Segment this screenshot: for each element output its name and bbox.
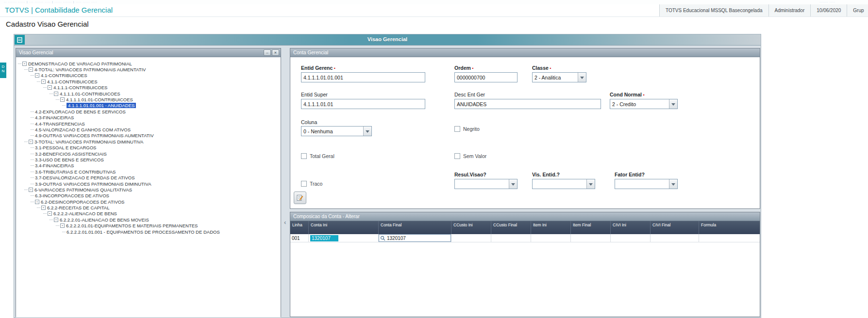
tree-item[interactable]: 4.9-OUTRAS VARIACOES PATRIMONIAIS AUMENT…: [16, 133, 281, 139]
tree-item[interactable]: -4.1-CONTRIBUICOES: [16, 73, 281, 79]
resul-visao-select[interactable]: [454, 179, 517, 189]
tree-item[interactable]: -6.2.2.2.01.01-EQUIPAMENTOS E MATERIAIS …: [16, 223, 281, 229]
tree-item[interactable]: -6.2.2-RECEITAS DE CAPITAL: [16, 205, 281, 210]
fator-entid-select[interactable]: [615, 179, 678, 189]
panel-collapse-arrow[interactable]: ‹: [284, 219, 286, 226]
tree-item[interactable]: 4.2-EXPLORACAO DE BENS E SERVICOS: [16, 109, 281, 114]
checkbox-icon[interactable]: [301, 153, 307, 159]
grid-column-header[interactable]: CIVI Ini: [611, 221, 651, 234]
tree-expand-icon[interactable]: -: [60, 223, 65, 228]
tree-item[interactable]: 3.9-OUTRAS VARIACOES PATRIMONIAIS DIMINU…: [16, 181, 281, 187]
tree-item[interactable]: 4.3-FINANCEIRAS: [16, 115, 281, 121]
tree-item[interactable]: -4.1.1-CONTRIBUICOES: [16, 79, 281, 84]
tree-panel-title: Visao Gerencial: [19, 50, 53, 55]
checkbox-icon[interactable]: [301, 181, 307, 187]
close-button[interactable]: [272, 49, 279, 56]
tree-item-label: 4.1-CONTRIBUICOES: [41, 73, 87, 78]
grid-cell[interactable]: 1320107: [309, 234, 379, 242]
grid-cell[interactable]: 001: [290, 234, 309, 242]
grid-column-header[interactable]: CCusto Ini: [451, 221, 491, 234]
magnifier-icon[interactable]: [380, 236, 385, 241]
checkbox-icon[interactable]: [454, 153, 460, 159]
tree-item-label: 6.3-INCORPORACOES DE ATIVOS: [35, 193, 109, 198]
tree-connector: [31, 147, 34, 148]
coluna-select[interactable]: 0 - Nenhuma: [301, 126, 372, 136]
vis-entid-select[interactable]: [532, 179, 595, 189]
desc-ent-ger-field[interactable]: [454, 99, 601, 109]
checkbox-icon[interactable]: [454, 126, 460, 132]
total-geral-checkbox[interactable]: Total Geral: [301, 153, 334, 159]
tree-item[interactable]: 3.2-BENEFICIOS ASSISTENCIAIS: [16, 151, 281, 157]
grid-column-header[interactable]: Conta Ini: [309, 221, 379, 234]
app-header: TOTVS | Contabilidade Gerencial TOTVS Ed…: [0, 4, 868, 17]
tree-expand-icon[interactable]: -: [48, 211, 52, 216]
negrito-label: Negrito: [463, 126, 480, 132]
tree-item[interactable]: 3.1-PESSOAL E ENCARGOS: [16, 144, 281, 150]
tree-item[interactable]: -4-TOTAL: VARIACOES PATRIMONIAIS AUMENTA…: [16, 66, 281, 72]
classe-select[interactable]: 2 - Analitica: [532, 72, 586, 82]
grid-column-header[interactable]: Item Final: [571, 221, 611, 234]
tree-item[interactable]: 6.2.2.2.01.01.001 - EQUIPAMENTOS DE PROC…: [16, 229, 281, 235]
cond-normal-select[interactable]: 2 - Credito: [610, 99, 678, 109]
grid-column-header[interactable]: Conta Final: [379, 221, 451, 234]
tree-expand-icon[interactable]: -: [29, 188, 33, 192]
tree-item[interactable]: -DEMONSTRACAO DE VARIACAO PATRIMONIAL: [16, 61, 281, 66]
chevron-down-icon[interactable]: [669, 179, 677, 189]
tree-item[interactable]: -4.1.1.1.01.01-CONTRIBUICOES: [16, 96, 281, 102]
tree-expand-icon[interactable]: -: [48, 85, 52, 90]
grid-column-header[interactable]: CCusto Final: [491, 221, 531, 234]
traco-checkbox[interactable]: Traco: [301, 181, 322, 187]
grid-column-header[interactable]: Linha: [290, 221, 309, 234]
tree-expand-icon[interactable]: -: [60, 97, 65, 102]
tree-item[interactable]: 4.1.1.1.01.01.001 - ANUIDADES: [16, 103, 281, 109]
minimize-button[interactable]: [264, 49, 271, 56]
grid-cell[interactable]: [451, 234, 491, 242]
grid-cell[interactable]: [491, 234, 531, 242]
tree-item[interactable]: 4.5-VALORIZACAO E GANHOS COM ATIVOS: [16, 127, 281, 132]
grid-cell[interactable]: [651, 234, 699, 242]
tree-item[interactable]: 6.3-INCORPORACOES DE ATIVOS: [16, 193, 281, 199]
tree-item[interactable]: -6.2.2.2-ALIENACAO DE BENS: [16, 211, 281, 217]
sem-valor-checkbox[interactable]: Sem Valor: [454, 153, 486, 159]
grid-cell[interactable]: [611, 234, 651, 242]
entid-super-field[interactable]: [301, 99, 425, 109]
grid-cell[interactable]: 1320107: [379, 234, 451, 242]
tree-expand-icon[interactable]: -: [54, 92, 58, 96]
grid-column-header[interactable]: CIVI Final: [651, 221, 699, 234]
tree-item[interactable]: -6.2-DESINCORPORACOES DE ATIVOS: [16, 199, 281, 205]
chevron-down-icon[interactable]: [578, 73, 586, 82]
chevron-down-icon[interactable]: [669, 99, 677, 109]
grid-cell[interactable]: [699, 234, 760, 242]
edit-button[interactable]: [294, 191, 306, 204]
tree-item[interactable]: 4.4-TRANSFERENCIAS: [16, 121, 281, 127]
tree-item[interactable]: 3.4-FINANCEIRAS: [16, 163, 281, 169]
chevron-down-icon[interactable]: [509, 179, 517, 189]
tree-expand-icon[interactable]: -: [29, 140, 33, 144]
tree-item[interactable]: 3.3-USO DE BENS E SERVICOS: [16, 157, 281, 162]
tree-expand-icon[interactable]: -: [41, 80, 46, 84]
tree-item[interactable]: 3.6-TRIBUTARIAS E CONTRIBUTIVAS: [16, 169, 281, 175]
grid-column-header[interactable]: Formula: [699, 221, 760, 234]
tree-item[interactable]: -4.1.1.1.01-CONTRIBUICOES: [16, 91, 281, 96]
grid-column-header[interactable]: Item Ini: [531, 221, 571, 234]
tree-expand-icon[interactable]: -: [35, 200, 39, 204]
tree-item[interactable]: -4.1.1.1-CONTRIBUICOES: [16, 85, 281, 91]
grid-cell[interactable]: [571, 234, 611, 242]
tree-expand-icon[interactable]: -: [29, 67, 33, 72]
chevron-down-icon[interactable]: [586, 179, 595, 189]
tree-expand-icon[interactable]: -: [35, 73, 39, 78]
tree-item[interactable]: -3-TOTAL: VARIACOES PATRIMONIAIS DIMINUT…: [16, 139, 281, 144]
tree-expand-icon[interactable]: -: [54, 218, 58, 222]
negrito-checkbox[interactable]: Negrito: [454, 126, 480, 132]
tree-item[interactable]: -6-VARIACOES PATRIMONIAIS QUALITATIVAS: [16, 187, 281, 192]
tree-expand-icon[interactable]: -: [22, 62, 27, 66]
tree-item[interactable]: 3.7-DESVALORIZACAO E PERDAS DE ATIVOS: [16, 175, 281, 180]
tree-item-label: 3-TOTAL: VARIACOES PATRIMONIAIS DIMINUTI…: [34, 139, 143, 144]
entid-gerenc-field[interactable]: [301, 72, 425, 82]
tree-item[interactable]: -6.2.2.2.01-ALIENACAO DE BENS MOVEIS: [16, 217, 281, 223]
grid-cell[interactable]: [531, 234, 571, 242]
docked-panel-tab[interactable]: D N: [0, 63, 6, 78]
tree-expand-icon[interactable]: -: [41, 206, 46, 210]
ordem-field[interactable]: [454, 72, 517, 82]
chevron-down-icon[interactable]: [363, 127, 371, 136]
